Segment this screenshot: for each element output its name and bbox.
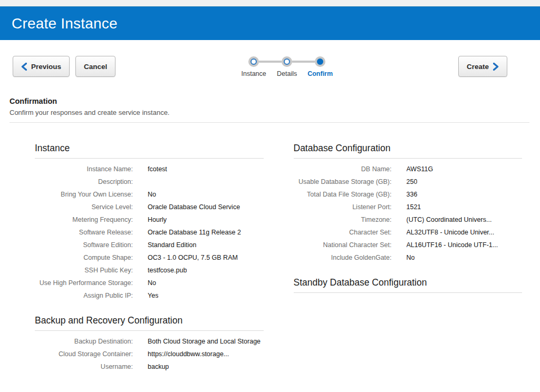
field-row: DB Name: AWS11G	[294, 165, 523, 173]
cancel-button[interactable]: Cancel	[75, 56, 115, 77]
confirmation-subtitle: Confirm your responses and create servic…	[9, 109, 529, 116]
section-database-title: Database Configuration	[294, 143, 523, 159]
field-label: Backup Destination:	[35, 338, 133, 345]
field-row: Use High Performance Storage: No	[35, 279, 264, 287]
field-label: Description:	[35, 178, 133, 185]
step-label-details[interactable]: Details	[277, 70, 297, 77]
confirmation-header: Confirmation Confirm your responses and …	[9, 97, 529, 123]
section-instance-rows: Instance Name: fcotest Description: Brin…	[35, 165, 264, 299]
field-label: DB Name:	[294, 165, 392, 173]
field-row: Backup Destination: Both Cloud Storage a…	[35, 338, 264, 345]
field-row: Assign Public IP: Yes	[35, 292, 264, 299]
field-row: Compute Shape: OC3 - 1.0 OCPU, 7.5 GB RA…	[35, 254, 264, 261]
field-value: (UTC) Coordinated Univers...	[407, 216, 492, 223]
field-row: Total Data File Storage (GB): 336	[294, 191, 523, 198]
divider	[9, 122, 529, 123]
field-label: Assign Public IP:	[35, 292, 133, 299]
step-circle-inner	[317, 58, 323, 65]
field-label: Instance Name:	[35, 165, 133, 173]
right-column: Database Configuration DB Name: AWS11G U…	[294, 143, 523, 376]
wizard-track	[248, 56, 325, 67]
field-row: Character Set: AL32UTF8 - Unicode Univer…	[294, 229, 523, 236]
field-value: No	[148, 279, 156, 287]
field-label: Software Edition:	[35, 241, 133, 249]
field-label: Metering Frequency:	[35, 216, 133, 223]
field-label: Compute Shape:	[35, 254, 133, 261]
field-label: Total Data File Storage (GB):	[294, 191, 392, 198]
field-label: Bring Your Own License:	[35, 191, 133, 198]
confirmation-title: Confirmation	[9, 97, 529, 105]
field-label: Service Level:	[35, 203, 133, 211]
step-instance-circle-icon[interactable]	[248, 56, 259, 67]
create-button[interactable]: Create	[458, 56, 507, 77]
section-database: Database Configuration DB Name: AWS11G U…	[294, 143, 523, 261]
section-database-rows: DB Name: AWS11G Usable Database Storage …	[294, 165, 523, 261]
field-value: Oracle Database 11g Release 2	[148, 229, 241, 236]
section-backup-title: Backup and Recovery Configuration	[35, 315, 264, 331]
field-value: Both Cloud Storage and Local Storage	[148, 338, 261, 345]
step-connector	[259, 61, 282, 63]
step-circle-inner	[250, 58, 257, 65]
field-value: No	[407, 254, 415, 261]
step-label-confirm[interactable]: Confirm	[307, 70, 333, 77]
previous-button[interactable]: Previous	[13, 56, 70, 77]
field-row: Description:	[35, 178, 264, 185]
left-column: Instance Instance Name: fcotest Descript…	[35, 143, 264, 376]
section-instance-title: Instance	[35, 143, 264, 159]
field-label: Listener Port:	[294, 203, 392, 211]
step-confirm-circle-icon[interactable]	[315, 56, 325, 67]
field-value: Yes	[148, 292, 158, 299]
browser-chrome-strip	[0, 0, 540, 6]
field-row: Software Release: Oracle Database 11g Re…	[35, 229, 264, 236]
field-value: backup	[148, 363, 169, 370]
field-row: Software Edition: Standard Edition	[35, 241, 264, 249]
field-row: National Character Set: AL16UTF16 - Unic…	[294, 241, 523, 249]
field-value: https://clouddbww.storage...	[148, 350, 229, 358]
field-value: AWS11G	[407, 165, 433, 173]
field-label: Software Release:	[35, 229, 133, 236]
field-value: 336	[407, 191, 418, 198]
field-row: SSH Public Key: testfcose.pub	[35, 267, 264, 274]
field-value: 250	[407, 178, 418, 185]
field-row: Include GoldenGate: No	[294, 254, 523, 261]
wizard-toolbar: Previous Cancel Instance Details Confirm…	[13, 56, 507, 79]
field-value: Standard Edition	[148, 241, 196, 249]
step-details-circle-icon[interactable]	[282, 56, 292, 67]
page-header: Create Instance	[0, 6, 540, 40]
section-backup-rows: Backup Destination: Both Cloud Storage a…	[35, 338, 264, 370]
step-connector	[292, 61, 315, 63]
field-label: Character Set:	[294, 229, 392, 236]
field-value: testfcose.pub	[148, 267, 187, 274]
section-instance: Instance Instance Name: fcotest Descript…	[35, 143, 264, 299]
field-label: SSH Public Key:	[35, 267, 133, 274]
page-title: Create Instance	[12, 15, 118, 32]
field-label: National Character Set:	[294, 241, 392, 249]
toolbar-left-buttons: Previous Cancel	[13, 56, 115, 77]
field-label: Use High Performance Storage:	[35, 279, 133, 287]
field-value: AL32UTF8 - Unicode Univer...	[407, 229, 495, 236]
field-row: Listener Port: 1521	[294, 203, 523, 211]
step-label-instance[interactable]: Instance	[242, 70, 266, 77]
field-row: Bring Your Own License: No	[35, 191, 264, 198]
field-label: Cloud Storage Container:	[35, 350, 133, 358]
field-row: Timezone: (UTC) Coordinated Univers...	[294, 216, 523, 223]
field-value: 1521	[407, 203, 421, 211]
field-label: Include GoldenGate:	[294, 254, 392, 261]
confirmation-summary: Instance Instance Name: fcotest Descript…	[35, 143, 522, 376]
wizard-step-labels: Instance Details Confirm	[248, 70, 325, 79]
field-label: Username:	[35, 363, 133, 370]
field-row: Service Level: Oracle Database Cloud Ser…	[35, 203, 264, 211]
field-value: Hourly	[148, 216, 167, 223]
section-standby-title: Standby Database Configuration	[294, 277, 523, 293]
cancel-button-label: Cancel	[84, 63, 107, 71]
field-label: Timezone:	[294, 216, 392, 223]
field-value: No	[148, 191, 156, 198]
field-value: Oracle Database Cloud Service	[148, 203, 240, 211]
toolbar-right-buttons: Create	[458, 56, 507, 77]
field-value: fcotest	[148, 165, 167, 173]
chevron-right-icon	[493, 63, 499, 71]
field-row: Instance Name: fcotest	[35, 165, 264, 173]
create-button-label: Create	[467, 63, 489, 71]
field-row: Usable Database Storage (GB): 250	[294, 178, 523, 185]
chevron-left-icon	[21, 63, 27, 71]
